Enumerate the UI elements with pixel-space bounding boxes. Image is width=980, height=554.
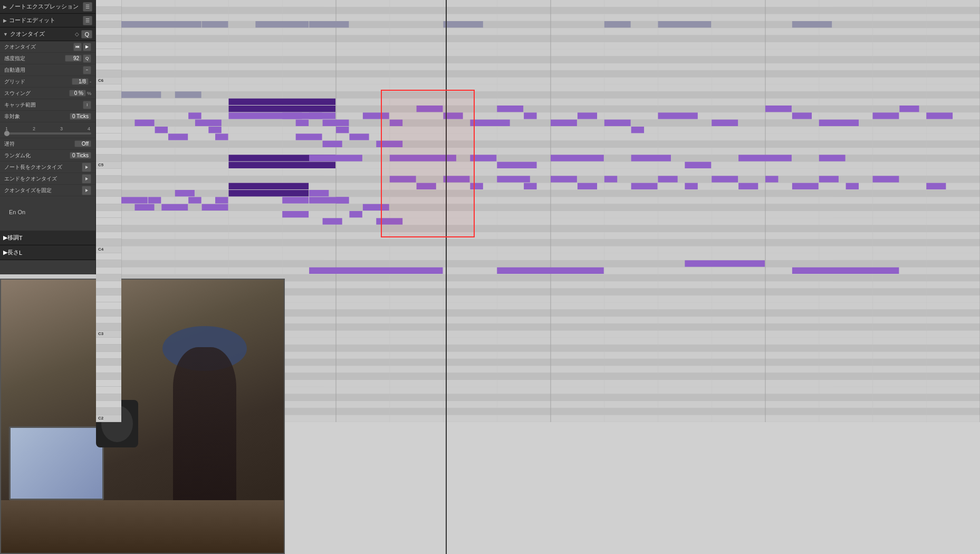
random-row: ランダム化 0 Ticks: [0, 150, 95, 161]
random-value[interactable]: 0 Ticks: [70, 152, 91, 159]
desk: [1, 500, 284, 553]
length-icon[interactable]: L: [19, 250, 22, 256]
grid-row: グリッド 1/8 -: [0, 76, 95, 88]
quantize-header[interactable]: ▼ クオンタイズ ◇ Q: [0, 27, 95, 41]
quantize-end-btn[interactable]: [82, 174, 91, 184]
video-inner: [1, 280, 284, 553]
delay-row: 遅符 Off: [0, 138, 95, 150]
delay-value[interactable]: Off: [74, 140, 91, 147]
monitor-screen: [11, 428, 102, 499]
chord-edit-header[interactable]: ▶ コードエディット ☰: [0, 14, 95, 27]
tick-3: 3: [60, 126, 63, 131]
delay-label: 遅符: [4, 140, 74, 148]
fix-quantize-btn[interactable]: [82, 186, 91, 195]
length-label: 長さ: [7, 249, 19, 256]
asymmetric-row: 非対象 0 Ticks: [0, 111, 95, 122]
diamond-icon: ◇: [75, 31, 79, 37]
catch-row: キャッチ範囲 ↕: [0, 99, 95, 111]
slider-section: 1 2 3 4: [0, 122, 95, 138]
quantize-note-length-btn[interactable]: [82, 163, 91, 172]
transpose-label: 移調: [7, 234, 19, 242]
catch-label: キャッチ範囲: [4, 101, 83, 109]
note-expression-header[interactable]: ▶ ノートエクスプレッション ☰: [0, 0, 95, 14]
slider-track[interactable]: [4, 132, 91, 135]
fix-quantize-label: クオンタイズを固定: [4, 187, 82, 194]
auto-apply-btn[interactable]: −: [83, 66, 91, 74]
quantize-row-label: クオンタイズ: [4, 43, 73, 51]
left-panel: ▶ ノートエクスプレッション ☰ ▶ コードエディット ☰ ▼ クオンタイズ ◇…: [0, 0, 96, 274]
note-expression-settings-icon[interactable]: ☰: [83, 2, 92, 12]
sensitivity-ctrl-btn[interactable]: Q: [83, 54, 91, 63]
asymmetric-label: 非対象: [4, 113, 70, 120]
arrow-icon: ▶: [3, 4, 7, 9]
length-arrow: ▶: [3, 249, 7, 256]
note-expression-label: ノートエクスプレッション: [9, 3, 82, 11]
chord-edit-icon[interactable]: ☰: [83, 16, 92, 25]
quantize-note-length-label: ノート長をクオンタイズ: [4, 164, 82, 171]
arrow-icon-2: ▶: [3, 18, 7, 23]
quantize-arrow-icon: ▼: [3, 32, 8, 37]
chord-edit-label: コードエディット: [9, 16, 82, 24]
monitor: [9, 426, 104, 500]
rewind-btn[interactable]: ⏮: [73, 43, 82, 51]
asymmetric-value[interactable]: 0 Ticks: [70, 113, 91, 120]
auto-apply-label: 自動適用: [4, 66, 83, 74]
svg-marker-0: [85, 166, 88, 169]
length-header[interactable]: ▶ 長さ L: [0, 245, 95, 260]
sensitivity-row: 感度指定 92 Q: [0, 53, 95, 64]
swing-label: スウィング: [4, 90, 69, 97]
tick-4: 4: [88, 126, 90, 131]
quantize-end-row: エンドをクオンタイズ: [0, 173, 95, 185]
grid-unit: -: [90, 79, 91, 84]
swing-row: スウィング 0 % %: [0, 88, 95, 99]
random-label: ランダム化: [4, 152, 70, 159]
sensitivity-label: 感度指定: [4, 55, 65, 62]
playhead: [446, 0, 447, 554]
play-btn[interactable]: ▶: [83, 43, 91, 51]
grid-label: グリッド: [4, 78, 72, 85]
transpose-header[interactable]: ▶ 移調 T: [0, 231, 95, 245]
video-overlay: [0, 279, 285, 554]
transpose-icon[interactable]: T: [19, 235, 23, 241]
en-on-label: En On: [7, 208, 27, 216]
swing-value[interactable]: 0 %: [69, 90, 86, 97]
quantize-end-label: エンドをクオンタイズ: [4, 175, 82, 183]
swing-unit: %: [87, 91, 91, 96]
auto-apply-row: 自動適用 −: [0, 64, 95, 76]
quantize-label: クオンタイズ: [10, 30, 75, 38]
catch-ctrl-btn[interactable]: ↕: [83, 101, 91, 109]
tick-2: 2: [33, 126, 35, 131]
fix-quantize-row: クオンタイズを固定: [0, 185, 95, 196]
grid-value[interactable]: 1/8: [72, 78, 89, 85]
q-button[interactable]: Q: [81, 30, 92, 39]
quantize-note-length-row: ノート長をクオンタイズ: [0, 161, 95, 173]
slider-handle[interactable]: [4, 131, 9, 136]
svg-marker-1: [85, 177, 88, 180]
quantize-transport-ctrl[interactable]: ⏮ ▶: [73, 43, 91, 51]
quantize-row: クオンタイズ ⏮ ▶: [0, 41, 95, 53]
slider-container[interactable]: 1 2 3 4: [4, 126, 91, 135]
sensitivity-value[interactable]: 92: [65, 55, 82, 62]
svg-marker-2: [85, 189, 88, 192]
transpose-arrow: ▶: [3, 234, 7, 241]
